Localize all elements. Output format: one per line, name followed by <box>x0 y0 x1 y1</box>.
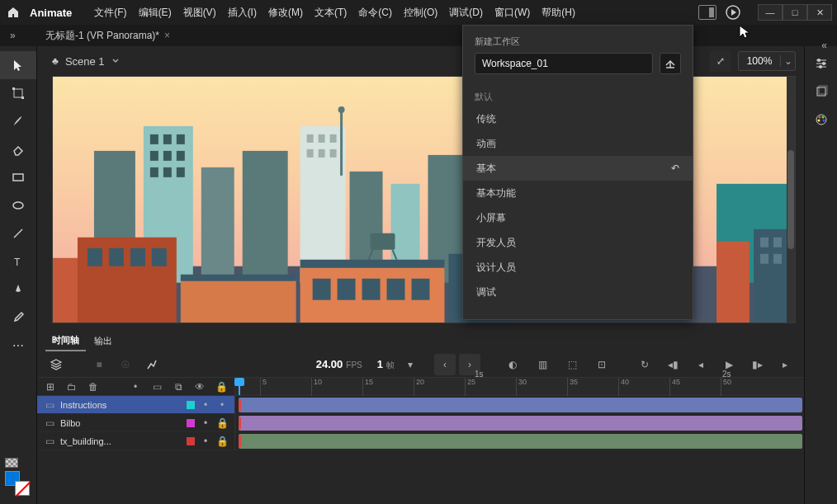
new-folder-icon[interactable]: 🗀 <box>65 381 78 393</box>
highlight-icon[interactable]: • <box>129 381 142 393</box>
layer-row[interactable]: ▭Bilbo•🔒 <box>37 414 234 432</box>
timeline-clip[interactable] <box>239 416 802 431</box>
menu-调试(D)[interactable]: 调试(D) <box>443 0 489 25</box>
color-swatches[interactable] <box>0 455 36 499</box>
play-icon[interactable] <box>725 4 741 21</box>
workspace-preset-item[interactable]: 开发人员 <box>463 230 693 255</box>
workspace-preset-item[interactable]: 传统 <box>463 106 693 131</box>
outline-icon[interactable]: ▭ <box>150 381 163 393</box>
timeline-ruler[interactable]: 51015202530354045501s2s <box>235 378 804 396</box>
document-tab[interactable]: 无标题-1 (VR Panorama)* × <box>37 25 178 46</box>
collapse-panel-icon[interactable]: « <box>821 40 827 51</box>
playhead[interactable] <box>239 378 240 395</box>
menu-控制(O)[interactable]: 控制(O) <box>398 0 443 25</box>
chart-icon[interactable] <box>141 354 163 375</box>
menu-视图(V)[interactable]: 视图(V) <box>177 0 222 25</box>
eraser-tool[interactable] <box>0 135 36 163</box>
workspace-preset-item[interactable]: 小屏幕 <box>463 205 693 230</box>
keyframe-icon[interactable] <box>239 399 241 411</box>
more-tools[interactable]: ⋯ <box>0 332 36 360</box>
layer-lock[interactable]: 🔒 <box>216 436 228 447</box>
brush-tool[interactable] <box>0 107 36 135</box>
line-tool[interactable] <box>0 219 36 247</box>
menu-文本(T)[interactable]: 文本(T) <box>309 0 352 25</box>
keyframe-icon[interactable] <box>239 417 241 429</box>
workspace-switcher-icon[interactable] <box>698 5 716 20</box>
eyedropper-tool[interactable] <box>0 304 36 332</box>
close-button[interactable]: ✕ <box>807 4 832 21</box>
lock-icon[interactable]: 🔒 <box>215 381 228 393</box>
text-tool[interactable]: T <box>0 247 36 276</box>
workspace-preset-item[interactable]: 设计人员 <box>463 255 693 280</box>
onion-skin-icon[interactable]: ◐ <box>502 354 523 375</box>
free-transform-tool[interactable] <box>0 79 36 107</box>
fps-display[interactable]: 24.00FPS <box>316 358 362 370</box>
layer-color-swatch[interactable] <box>187 437 195 445</box>
reset-icon[interactable]: ↶ <box>671 163 679 174</box>
next-frame-icon[interactable]: ▮▸ <box>746 354 768 375</box>
menu-修改(M)[interactable]: 修改(M) <box>262 0 309 25</box>
scene-selector[interactable]: ♣ Scene 1 <box>45 49 126 73</box>
menu-编辑(E)[interactable]: 编辑(E) <box>133 0 177 25</box>
timeline-track[interactable] <box>235 396 804 414</box>
last-frame-icon[interactable]: ▸ <box>774 354 796 375</box>
library-icon[interactable] <box>805 79 837 104</box>
keyframe-icon[interactable] <box>239 436 241 447</box>
workspace-name-input[interactable] <box>475 53 653 74</box>
graph-icon[interactable]: ⦾ <box>115 354 136 375</box>
tab-output[interactable]: 输出 <box>87 332 119 351</box>
properties-icon[interactable] <box>805 51 837 76</box>
camera-icon[interactable]: ■ <box>88 354 110 375</box>
timeline-menu-icon[interactable]: ▾ <box>400 354 421 375</box>
layer-color-swatch[interactable] <box>187 419 195 427</box>
layer-color-swatch[interactable] <box>187 401 195 409</box>
layer-row[interactable]: ▭Instructions•• <box>37 396 234 414</box>
oval-tool[interactable] <box>0 191 36 219</box>
snap-icon[interactable]: ⊡ <box>591 354 612 375</box>
zoom-dropdown-icon[interactable]: ⌄ <box>780 55 795 67</box>
first-frame-icon[interactable]: ◂▮ <box>662 354 683 375</box>
close-tab-icon[interactable]: × <box>164 30 170 41</box>
loop-icon[interactable]: ↻ <box>634 354 655 375</box>
zoom-input[interactable] <box>739 55 780 67</box>
link-icon[interactable]: ⧉ <box>172 381 185 393</box>
prev-scene-icon[interactable]: ‹ <box>434 354 456 375</box>
workspace-preset-item[interactable]: 动画 <box>463 131 693 156</box>
new-layer-icon[interactable]: ⊞ <box>44 381 57 393</box>
save-workspace-button[interactable] <box>660 53 681 74</box>
frame-display[interactable]: 1帧 <box>377 358 395 371</box>
stretch-view-icon[interactable]: ⤢ <box>710 50 731 72</box>
menu-文件(F)[interactable]: 文件(F) <box>88 0 132 25</box>
layer-lock[interactable]: • <box>216 399 228 411</box>
menu-窗口(W)[interactable]: 窗口(W) <box>489 0 536 25</box>
stroke-swatch[interactable] <box>5 458 18 468</box>
timeline-clip[interactable] <box>239 398 802 412</box>
pen-tool[interactable] <box>0 276 36 304</box>
expand-panel-icon[interactable]: » <box>10 30 16 41</box>
workspace-preset-item[interactable]: 基本功能 <box>463 181 693 205</box>
workspace-preset-item[interactable]: 调试 <box>463 280 693 304</box>
stage-scrollbar[interactable] <box>787 77 795 323</box>
no-stroke[interactable] <box>15 481 30 496</box>
layer-lock[interactable]: 🔒 <box>216 417 228 429</box>
layer-dot[interactable]: • <box>200 436 211 447</box>
layer-dot[interactable]: • <box>200 399 211 411</box>
prev-frame-icon[interactable]: ◂ <box>690 354 712 375</box>
timeline-clip[interactable] <box>239 434 802 449</box>
marker-icon[interactable]: ⬚ <box>561 354 583 375</box>
edit-multiple-icon[interactable]: ▥ <box>532 354 553 375</box>
delete-layer-icon[interactable]: 🗑 <box>87 381 100 393</box>
maximize-button[interactable]: □ <box>783 4 807 21</box>
rectangle-tool[interactable] <box>0 163 36 191</box>
tab-timeline[interactable]: 时间轴 <box>45 331 86 351</box>
layers-icon[interactable] <box>45 354 67 375</box>
menu-帮助(H)[interactable]: 帮助(H) <box>536 0 581 25</box>
menu-插入(I)[interactable]: 插入(I) <box>222 0 262 25</box>
home-icon[interactable] <box>5 4 21 21</box>
layer-row[interactable]: ▭tx_building...•🔒 <box>37 432 234 450</box>
visibility-icon[interactable]: 👁 <box>193 381 206 393</box>
layer-dot[interactable]: • <box>200 417 211 429</box>
color-icon[interactable] <box>805 107 837 132</box>
selection-tool[interactable] <box>0 51 36 79</box>
timeline-track[interactable] <box>235 432 804 450</box>
